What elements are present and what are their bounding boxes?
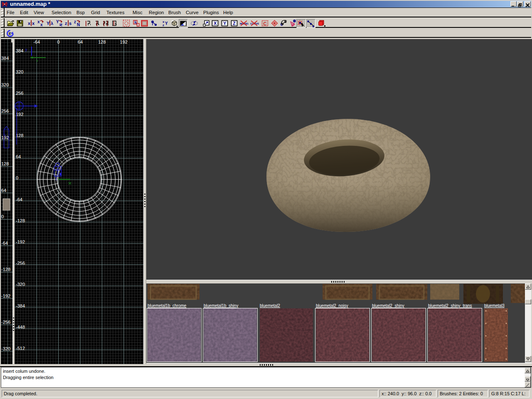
svg-text:bluemetal1b_chrome: bluemetal1b_chrome [148,303,187,308]
svg-text:y: y [25,47,27,52]
svg-text:X: X [214,21,217,26]
svg-text:64: 64 [1,188,6,193]
svg-text:Y: Y [47,21,50,26]
svg-text:0: 0 [1,214,4,219]
svg-text:-64: -64 [33,39,40,44]
svg-text:bluemetal2_shiny: bluemetal2_shiny [372,303,404,308]
svg-text:-448: -448 [16,325,25,330]
svg-text:z: z [74,20,76,24]
svg-text:z: z [65,21,67,26]
svg-text:bluemetal1b_shiny: bluemetal1b_shiny [204,303,238,308]
svg-text:s: s [69,21,71,26]
svg-text:C: C [264,21,267,26]
svg-text:256: 256 [1,108,9,113]
svg-text:192: 192 [120,39,128,44]
svg-text:bluemetal2_noisy: bluemetal2_noisy [316,303,348,308]
svg-text:Y: Y [56,20,59,24]
svg-text:E: E [9,32,11,36]
svg-text:N: N [77,22,80,27]
svg-text:384: 384 [16,48,23,53]
svg-text:⋜: ⋜ [59,22,62,27]
svg-text:-320: -320 [1,346,10,351]
svg-text:-128: -128 [16,218,25,223]
svg-text:z: z [163,23,164,27]
svg-text:0: 0 [57,39,60,44]
svg-text:λ: λ [51,21,53,26]
svg-text:192: 192 [16,112,23,117]
svg-text:Y: Y [223,21,227,26]
svg-text:bluemetal2_shiny_trans: bluemetal2_shiny_trans [428,303,472,308]
svg-text:-64: -64 [16,197,22,202]
svg-text:-256: -256 [1,320,10,325]
svg-text:-384: -384 [16,303,25,308]
svg-text:320: 320 [1,82,9,87]
svg-text:384: 384 [1,56,9,61]
svg-text:128: 128 [1,161,9,166]
svg-text:x: x [28,21,31,26]
svg-text:x: x [32,21,35,26]
svg-text:-192: -192 [16,239,25,244]
svg-text:-192: -192 [1,293,10,298]
svg-text:x: x [40,22,43,27]
svg-text:Z: Z [233,21,236,26]
svg-text:x: x [36,59,38,63]
svg-text:-64: -64 [1,241,8,246]
svg-text:-320: -320 [16,282,25,287]
svg-text:bluemetal2: bluemetal2 [260,303,280,308]
svg-text:128: 128 [16,133,23,138]
svg-text:-256: -256 [16,261,25,266]
svg-text:Y: Y [165,21,168,26]
svg-text:320: 320 [16,69,23,74]
svg-text:0: 0 [16,175,18,180]
svg-text:64: 64 [16,154,21,159]
svg-text:256: 256 [16,91,23,96]
svg-text:-512: -512 [16,346,25,351]
svg-text:-128: -128 [1,267,10,272]
svg-text:bluemetal3: bluemetal3 [484,303,505,308]
svg-text:64: 64 [78,39,83,44]
svg-text:x: x [37,20,40,24]
svg-text:128: 128 [98,39,106,44]
